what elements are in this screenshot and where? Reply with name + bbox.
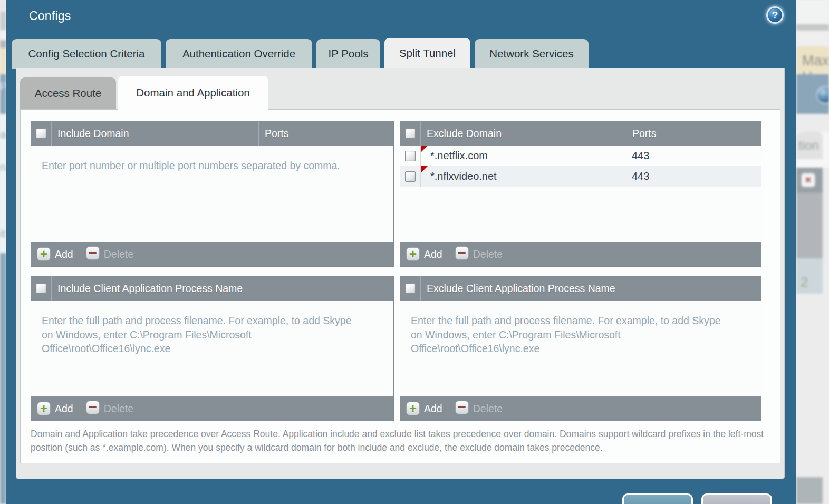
domain-value: *.netflix.com (430, 150, 488, 162)
modified-marker-icon (421, 166, 428, 173)
exclude-app-body[interactable]: Enter the full path and process filename… (400, 301, 761, 396)
delete-button[interactable]: − Delete (86, 247, 133, 261)
background-text-fragment: n (0, 161, 6, 173)
exclude-domain-table: Exclude Domain Ports *.netflix.com 443 (400, 121, 761, 267)
column-header-include-app[interactable]: Include Client Application Process Name (52, 276, 393, 301)
add-button-label: Add (424, 403, 442, 415)
add-button-label: Add (55, 403, 73, 415)
include-domain-toolbar: + Add − Delete (31, 242, 393, 266)
modified-marker-icon (421, 146, 428, 152)
column-header-ports[interactable]: Ports (259, 121, 393, 146)
add-button-label: Add (424, 248, 442, 260)
add-button[interactable]: + Add (406, 247, 442, 261)
delete-button-label: Delete (104, 248, 133, 260)
add-button[interactable]: + Add (37, 402, 73, 415)
row-checkbox[interactable] (405, 151, 416, 161)
split-tunnel-panel: Access Route Domain and Application Incl… (16, 68, 785, 479)
ports-value: 443 (626, 146, 761, 166)
delete-icon: − (86, 246, 100, 260)
background-text-fragment: it (0, 228, 5, 240)
background-globe-icon (816, 86, 829, 104)
background-right-strip: Max U tion ✕ 2 (796, 0, 829, 504)
delete-button-label: Delete (473, 248, 503, 260)
tab-config-selection-criteria[interactable]: Config Selection Criteria (12, 39, 161, 69)
ok-button[interactable] (622, 493, 693, 504)
process-hint-text: Enter the full path and process filename… (400, 301, 727, 356)
column-header-exclude-app[interactable]: Exclude Client Application Process Name (421, 276, 761, 301)
domain-application-panel: Include Domain Ports Enter port number o… (20, 109, 780, 463)
include-domain-header: Include Domain Ports (31, 121, 393, 146)
tab-authentication-override[interactable]: Authentication Override (166, 39, 312, 69)
add-icon: + (406, 247, 420, 261)
include-domain-table: Include Domain Ports Enter port number o… (31, 121, 394, 267)
include-app-header: Include Client Application Process Name (31, 276, 393, 301)
select-all-checkbox[interactable] (36, 128, 46, 139)
add-button-label: Add (55, 248, 73, 260)
exclude-app-header: Exclude Client Application Process Name (400, 276, 761, 301)
process-hint-text: Enter the full path and process filename… (31, 301, 358, 356)
select-all-checkbox[interactable] (36, 283, 46, 294)
subtab-domain-and-application[interactable]: Domain and Application (118, 76, 268, 110)
background-left-strip: P a n it (0, 0, 6, 504)
background-tab-fragment: tion (796, 132, 823, 159)
background-text-fragment: P (0, 81, 6, 93)
column-header-exclude-domain[interactable]: Exclude Domain (421, 121, 626, 146)
ports-hint-text: Enter port number or multiple port numbe… (31, 146, 393, 173)
background-number-fragment: 2 (801, 274, 808, 290)
ports-value: 443 (626, 166, 761, 187)
add-button[interactable]: + Add (37, 247, 73, 261)
tab-split-tunnel[interactable]: Split Tunnel (384, 38, 470, 69)
column-header-include-domain[interactable]: Include Domain (52, 121, 259, 146)
cancel-button[interactable] (701, 493, 772, 504)
precedence-note: Domain and Application take precedence o… (31, 427, 767, 454)
configs-dialog: Configs ? Config Selection Criteria Auth… (6, 0, 796, 504)
exclude-domain-body: *.netflix.com 443 *.nflxvideo.net 443 (400, 146, 761, 242)
table-row[interactable]: *.nflxvideo.net 443 (400, 166, 761, 187)
tab-ip-pools[interactable]: IP Pools (316, 39, 380, 69)
exclude-domain-header: Exclude Domain Ports (400, 121, 761, 146)
exclude-domain-toolbar: + Add − Delete (400, 242, 761, 266)
select-all-checkbox[interactable] (405, 128, 416, 139)
domain-value: *.nflxvideo.net (430, 170, 497, 182)
add-button[interactable]: + Add (406, 402, 442, 415)
exclude-app-toolbar: + Add − Delete (400, 396, 761, 421)
tab-network-services[interactable]: Network Services (475, 39, 589, 69)
add-icon: + (37, 402, 51, 415)
close-icon: ✕ (801, 173, 815, 187)
help-icon[interactable]: ? (766, 6, 784, 24)
delete-button[interactable]: − Delete (455, 247, 503, 261)
delete-icon: − (86, 401, 100, 414)
background-text-fragment: a (0, 129, 6, 141)
add-icon: + (406, 402, 420, 415)
delete-icon: − (455, 246, 469, 260)
delete-button-label: Delete (473, 403, 503, 415)
include-app-body[interactable]: Enter the full path and process filename… (31, 301, 393, 396)
table-row[interactable]: *.netflix.com 443 (400, 146, 761, 166)
delete-button[interactable]: − Delete (86, 402, 133, 415)
column-header-ports[interactable]: Ports (626, 121, 761, 146)
include-app-table: Include Client Application Process Name … (31, 276, 394, 421)
delete-button-label: Delete (104, 403, 133, 415)
delete-icon: − (455, 401, 469, 414)
include-domain-body[interactable]: Enter port number or multiple port numbe… (31, 146, 393, 242)
select-all-checkbox[interactable] (405, 283, 416, 294)
exclude-app-table: Exclude Client Application Process Name … (400, 276, 761, 421)
dialog-title: Configs (29, 9, 71, 23)
include-app-toolbar: + Add − Delete (31, 396, 393, 421)
delete-button[interactable]: − Delete (455, 402, 503, 415)
row-checkbox[interactable] (405, 171, 416, 182)
add-icon: + (37, 247, 51, 261)
subtab-access-route[interactable]: Access Route (20, 77, 116, 109)
main-tab-bar: Config Selection Criteria Authentication… (12, 38, 589, 69)
